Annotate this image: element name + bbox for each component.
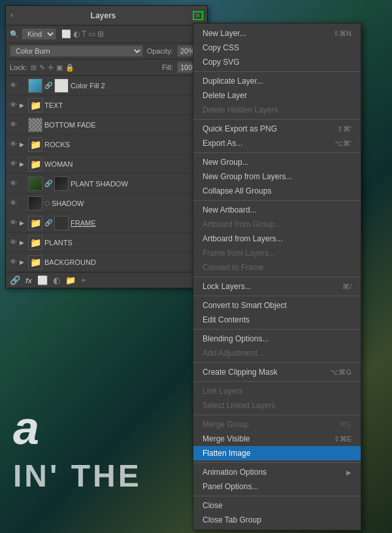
visibility-icon[interactable]: 👁 <box>8 179 18 188</box>
menu-item-blending-options[interactable]: Blending Options... <box>193 332 361 346</box>
blend-mode-select[interactable]: Color Burn <box>10 45 143 57</box>
menu-item-merge-group[interactable]: Merge Group ⌘E <box>193 417 361 432</box>
menu-item-new-group[interactable]: New Group... <box>193 155 361 169</box>
menu-item-copy-svg[interactable]: Copy SVG <box>193 55 361 69</box>
layer-row[interactable]: 👁 🔗 PLANT SHADOW <box>6 174 207 194</box>
menu-item-edit-contents[interactable]: Edit Contents <box>193 313 361 327</box>
pixel-filter-icon[interactable]: ⬜ <box>61 29 71 39</box>
panel-menu-button[interactable] <box>193 11 203 20</box>
add-adjustment-icon[interactable]: ◐ <box>53 275 60 285</box>
menu-item-create-clipping-mask[interactable]: Create Clipping Mask ⌥⌘G <box>193 365 361 379</box>
menu-item-new-group-from-layers[interactable]: New Group from Layers... <box>193 169 361 184</box>
layer-row[interactable]: 👁 ▶ 📁 BACKGROUND <box>6 252 207 272</box>
layer-row[interactable]: 👁 ▶ 📁 WOMAN <box>6 154 207 174</box>
visibility-icon[interactable]: 👁 <box>8 238 18 247</box>
menu-item-add-adjustment[interactable]: Add Adjustment... <box>193 346 361 360</box>
menu-item-new-artboard[interactable]: New Artboard... <box>193 203 361 217</box>
menu-item-frame-from-layers[interactable]: Frame from Layers... <box>193 246 361 260</box>
layer-thumbnail: 📁 <box>28 98 42 112</box>
visibility-icon[interactable]: 👁 <box>8 160 18 169</box>
menu-item-merge-visible[interactable]: Merge Visible ⇧⌘E <box>193 432 361 446</box>
lock-all-icon[interactable]: 🔒 <box>65 63 74 72</box>
layer-row[interactable]: 👁 ▶ 📁 🔗 FRAME <box>6 213 207 233</box>
menu-item-artboard-from-group[interactable]: Artboard from Group... <box>193 217 361 232</box>
layer-thumbnail: 📁 <box>28 157 42 171</box>
link-layers-icon[interactable]: 🔗 <box>10 275 20 285</box>
layer-row[interactable]: 👁 ▶ 📁 TEXT <box>6 95 207 115</box>
add-mask-icon[interactable]: ⬜ <box>37 275 48 285</box>
menu-item-link-layers[interactable]: Link Layers <box>193 384 361 398</box>
menu-item-collapse-all-groups[interactable]: Collapse All Groups <box>193 184 361 198</box>
menu-item-artboard-from-layers[interactable]: Artboard from Layers... <box>193 232 361 246</box>
menu-shortcut: ⇧⌘E <box>334 435 351 443</box>
menu-item-quick-export[interactable]: Quick Export as PNG ⇧⌘' <box>193 122 361 136</box>
menu-item-delete-hidden[interactable]: Delete Hidden Layers <box>193 103 361 117</box>
menu-item-panel-options[interactable]: Panel Options... <box>193 479 361 494</box>
visibility-icon[interactable]: 👁 <box>8 81 18 90</box>
layer-expand-arrow[interactable]: ▶ <box>20 141 26 148</box>
visibility-icon[interactable]: 👁 <box>8 258 18 267</box>
layer-thumbnail <box>28 78 42 93</box>
menu-separator <box>193 362 361 363</box>
lock-move-icon[interactable]: ✛ <box>48 63 54 72</box>
menu-item-new-layer[interactable]: New Layer... ⇧⌘N <box>193 26 361 41</box>
folder-icon: 📁 <box>30 237 41 248</box>
menu-item-copy-css[interactable]: Copy CSS <box>193 41 361 55</box>
layer-row[interactable]: 👁 🔗 Color Fill 2 <box>6 76 207 95</box>
menu-item-label: New Group from Layers... <box>203 172 351 181</box>
visibility-icon[interactable]: 👁 <box>8 120 18 129</box>
layer-expand-arrow[interactable]: ▶ <box>20 259 26 266</box>
visibility-icon[interactable]: 👁 <box>8 101 18 110</box>
menu-item-label: Panel Options... <box>203 482 351 491</box>
menu-item-select-linked-layers[interactable]: Select Linked Layers <box>193 398 361 413</box>
menu-item-label: Delete Hidden Layers <box>203 105 351 114</box>
layer-row[interactable]: 👁 BOTTOM FADE <box>6 115 207 135</box>
layer-expand-arrow[interactable]: ▶ <box>20 220 26 226</box>
lock-brush-icon[interactable]: ✎ <box>39 63 45 72</box>
menu-item-convert-smart-object[interactable]: Convert to Smart Object <box>193 298 361 313</box>
new-group-icon[interactable]: 📁 <box>65 275 76 285</box>
menu-item-convert-to-frame[interactable]: Convert to Frame <box>193 260 361 275</box>
type-filter-icon[interactable]: T <box>82 29 86 39</box>
menu-item-label: Artboard from Group... <box>203 220 351 229</box>
menu-item-lock-layers[interactable]: Lock Layers... ⌘/ <box>193 279 361 294</box>
menu-separator <box>193 329 361 330</box>
layers-list: 👁 🔗 Color Fill 2 👁 ▶ 📁 TEXT 👁 BOTTOM FAD… <box>6 76 207 272</box>
smartobject-filter-icon[interactable]: ⊞ <box>97 29 104 39</box>
menu-separator <box>193 71 361 72</box>
menu-shortcut: ⇧⌘N <box>333 29 351 38</box>
menu-separator <box>193 296 361 296</box>
menu-item-animation-options[interactable]: Animation Options ▶ <box>193 465 361 479</box>
layer-expand-arrow[interactable]: ▶ <box>20 102 26 109</box>
menu-item-delete-layer[interactable]: Delete Layer <box>193 88 361 103</box>
menu-item-close-tab-group[interactable]: Close Tab Group <box>193 513 361 527</box>
menu-item-label: Animation Options <box>203 468 346 477</box>
lock-artboard-icon[interactable]: ▣ <box>56 63 63 72</box>
visibility-icon[interactable]: 👁 <box>8 140 18 149</box>
visibility-icon[interactable]: 👁 <box>8 218 18 228</box>
menu-item-label: Delete Layer <box>203 91 351 100</box>
menu-separator <box>193 462 361 463</box>
adjustment-filter-icon[interactable]: ◐ <box>73 29 80 39</box>
layer-row[interactable]: 👁 ▶ 📁 PLANTS <box>6 233 207 252</box>
shape-filter-icon[interactable]: ▭ <box>88 29 95 39</box>
kind-select[interactable]: Kind <box>22 28 56 40</box>
layer-expand-arrow[interactable]: ▶ <box>20 161 26 167</box>
kind-row: 🔍 Kind ⬜ ◐ T ▭ ⊞ <box>6 26 207 43</box>
lock-checkerboard-icon[interactable]: ⊞ <box>31 63 37 72</box>
menu-item-close[interactable]: Close <box>193 498 361 513</box>
menu-item-flatten-image[interactable]: Flatten Image <box>193 446 361 460</box>
new-layer-icon[interactable]: + <box>81 275 86 285</box>
fx-icon[interactable]: fx <box>25 277 32 284</box>
layer-expand-arrow[interactable]: ▶ <box>20 239 26 246</box>
folder-icon: 📁 <box>30 159 41 169</box>
visibility-icon[interactable]: 👁 <box>8 199 18 208</box>
menu-item-label: Close <box>203 501 351 510</box>
panel-close-button[interactable]: × <box>10 12 14 19</box>
menu-item-duplicate-layer[interactable]: Duplicate Layer... <box>193 74 361 88</box>
menu-item-export-as[interactable]: Export As... ⌥⌘' <box>193 136 361 150</box>
layer-row[interactable]: 👁 ⬡ SHADOW <box>6 194 207 213</box>
link-icon: 🔗 <box>44 82 52 89</box>
layer-row[interactable]: 👁 ▶ 📁 ROCKS <box>6 135 207 154</box>
panel-header: × Layers <box>6 6 207 26</box>
